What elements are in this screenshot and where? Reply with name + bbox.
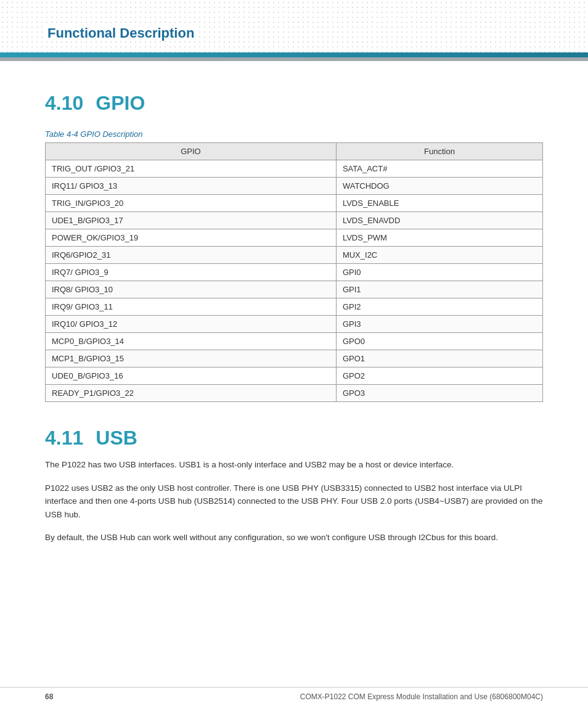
section-410-title: GPIO: [96, 92, 145, 115]
gpio-cell: POWER_OK/GPIO3_19: [46, 229, 337, 247]
section-410-heading: 4.10 GPIO: [45, 92, 543, 115]
col-gpio: GPIO: [46, 143, 337, 160]
function-cell: SATA_ACT#: [336, 160, 542, 178]
table-row: IRQ7/ GPIO3_9GPI0: [46, 264, 543, 281]
table-row: UDE1_B/GPIO3_17LVDS_ENAVDD: [46, 212, 543, 229]
function-cell: GPI1: [336, 281, 542, 298]
table-row: IRQ11/ GPIO3_13WATCHDOG: [46, 178, 543, 195]
section-411-heading: 4.11 USB: [45, 427, 543, 449]
table-row: IRQ9/ GPIO3_11GPI2: [46, 298, 543, 316]
gpio-cell: IRQ11/ GPIO3_13: [46, 178, 337, 195]
gpio-table-header: GPIO Function: [46, 143, 543, 160]
page-header-title: Functional Description: [45, 25, 197, 41]
gpio-cell: UDE1_B/GPIO3_17: [46, 212, 337, 229]
gpio-cell: IRQ7/ GPIO3_9: [46, 264, 337, 281]
function-cell: GPI3: [336, 316, 542, 333]
function-cell: LVDS_PWM: [336, 229, 542, 247]
function-cell: GPO3: [336, 385, 542, 402]
function-cell: GPI2: [336, 298, 542, 316]
table-row: MCP0_B/GPIO3_14GPO0: [46, 333, 543, 350]
gpio-cell: IRQ8/ GPIO3_10: [46, 281, 337, 298]
gpio-table: GPIO Function TRIG_OUT /GPIO3_21SATA_ACT…: [45, 142, 543, 402]
gpio-cell: TRIG_IN/GPIO3_20: [46, 195, 337, 212]
table-row: MCP1_B/GPIO3_15GPO1: [46, 350, 543, 367]
section-411-number: 4.11: [45, 427, 83, 449]
usb-paragraph-3: By default, the USB Hub can work well wi…: [45, 531, 543, 544]
table-row: POWER_OK/GPIO3_19LVDS_PWM: [46, 229, 543, 247]
footer-document-title: COMX-P1022 COM Express Module Installati…: [300, 692, 543, 701]
gpio-cell: READY_P1/GPIO3_22: [46, 385, 337, 402]
gpio-cell: IRQ6/GPIO2_31: [46, 247, 337, 264]
function-cell: LVDS_ENABLE: [336, 195, 542, 212]
function-cell: GPO0: [336, 333, 542, 350]
teal-divider: [0, 52, 588, 57]
gpio-table-body: TRIG_OUT /GPIO3_21SATA_ACT#IRQ11/ GPIO3_…: [46, 160, 543, 402]
page-header: Functional Description: [0, 0, 588, 52]
table-row: IRQ6/GPIO2_31MUX_I2C: [46, 247, 543, 264]
table-row: IRQ8/ GPIO3_10GPI1: [46, 281, 543, 298]
table-row: UDE0_B/GPIO3_16GPO2: [46, 367, 543, 385]
function-cell: WATCHDOG: [336, 178, 542, 195]
function-cell: GPO2: [336, 367, 542, 385]
gpio-cell: MCP0_B/GPIO3_14: [46, 333, 337, 350]
usb-paragraphs: The P1022 has two USB interfaces. USB1 i…: [45, 458, 543, 544]
page-number: 68: [45, 692, 53, 701]
function-cell: GPI0: [336, 264, 542, 281]
table-row: TRIG_OUT /GPIO3_21SATA_ACT#: [46, 160, 543, 178]
function-cell: GPO1: [336, 350, 542, 367]
gpio-cell: TRIG_OUT /GPIO3_21: [46, 160, 337, 178]
page-footer: 68 COMX-P1022 COM Express Module Install…: [0, 687, 588, 706]
main-content: 4.10 GPIO Table 4-4 GPIO Description GPI…: [0, 61, 588, 579]
function-cell: MUX_I2C: [336, 247, 542, 264]
usb-paragraph-1: The P1022 has two USB interfaces. USB1 i…: [45, 458, 543, 472]
function-cell: LVDS_ENAVDD: [336, 212, 542, 229]
gpio-cell: UDE0_B/GPIO3_16: [46, 367, 337, 385]
table-row: IRQ10/ GPIO3_12GPI3: [46, 316, 543, 333]
table-row: READY_P1/GPIO3_22GPO3: [46, 385, 543, 402]
col-function: Function: [336, 143, 542, 160]
usb-paragraph-2: P1022 uses USB2 as the only USB host con…: [45, 482, 543, 522]
table-header-row: GPIO Function: [46, 143, 543, 160]
gpio-cell: MCP1_B/GPIO3_15: [46, 350, 337, 367]
table-caption: Table 4-4 GPIO Description: [45, 129, 543, 139]
table-row: TRIG_IN/GPIO3_20LVDS_ENABLE: [46, 195, 543, 212]
gpio-cell: IRQ10/ GPIO3_12: [46, 316, 337, 333]
section-411-title: USB: [96, 427, 137, 449]
section-410-number: 4.10: [45, 92, 83, 115]
gpio-cell: IRQ9/ GPIO3_11: [46, 298, 337, 316]
